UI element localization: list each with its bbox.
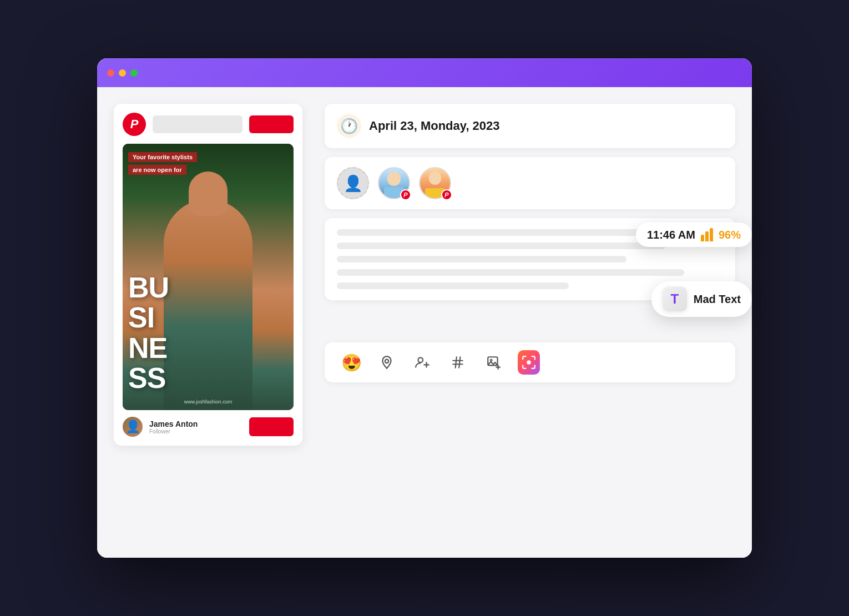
left-panel: P Your favorite stylists are now open fo… xyxy=(114,104,302,541)
percent-display: 96% xyxy=(719,229,741,241)
user-info: James Anton Follower xyxy=(149,420,198,435)
website-url: www.joshfashion.com xyxy=(184,399,233,405)
content-line-3 xyxy=(337,256,626,262)
mad-text-label: Mad Text xyxy=(694,293,741,306)
avatar-female[interactable]: P xyxy=(419,167,451,199)
time-badge: 11:46 AM 96% xyxy=(636,223,752,247)
pinterest-header: P xyxy=(123,113,294,136)
male-avatar-head xyxy=(387,171,401,186)
qr-camera-button[interactable] xyxy=(518,351,540,373)
avatar-placeholder[interactable]: 👤 xyxy=(337,167,369,199)
title-bar xyxy=(97,58,752,87)
hashtag-button[interactable] xyxy=(447,351,469,373)
pinterest-badge-female: P xyxy=(441,189,452,200)
app-window: P Your favorite stylists are now open fo… xyxy=(97,58,752,558)
svg-point-12 xyxy=(527,360,531,365)
content-line-4 xyxy=(337,269,684,276)
toolbar: 😍 xyxy=(325,342,735,382)
svg-point-0 xyxy=(385,360,389,363)
pinterest-ui-card: P Your favorite stylists are now open fo… xyxy=(114,104,302,446)
pinterest-logo: P xyxy=(123,113,146,136)
header-action-button[interactable] xyxy=(249,115,294,133)
clock-icon: 🕐 xyxy=(337,114,361,138)
user-avatar: 👤 xyxy=(123,417,143,437)
location-button[interactable] xyxy=(376,351,398,373)
date-text: April 23, Monday, 2023 xyxy=(369,119,500,133)
add-user-button[interactable] xyxy=(411,351,433,373)
svg-point-1 xyxy=(418,357,423,362)
qr-camera-icon xyxy=(522,355,536,370)
footer-action-button[interactable] xyxy=(249,417,294,436)
location-icon xyxy=(380,355,394,370)
window-body: P Your favorite stylists are now open fo… xyxy=(97,87,752,558)
overlay-text-line1: Your favorite stylists xyxy=(128,152,197,162)
add-image-button[interactable] xyxy=(482,351,504,373)
overlay-text-line2: are now open for xyxy=(128,165,186,175)
date-card: 🕐 April 23, Monday, 2023 xyxy=(325,104,735,148)
user-subtitle: Follower xyxy=(149,428,198,435)
person-placeholder-icon: 👤 xyxy=(343,174,363,193)
add-user-icon xyxy=(415,355,429,370)
right-panel: 🕐 April 23, Monday, 2023 👤 xyxy=(325,104,735,541)
mad-text-badge[interactable]: T Mad Text xyxy=(651,281,752,317)
text-overlay: Your favorite stylists are now open for xyxy=(128,152,288,177)
avatars-card: 👤 P xyxy=(325,157,735,209)
content-line-2 xyxy=(337,243,665,249)
business-text: BUSINESS xyxy=(128,272,169,393)
user-name: James Anton xyxy=(149,420,198,428)
content-area: 11:46 AM 96% T Mad Text xyxy=(325,218,735,300)
bar-3 xyxy=(710,228,713,241)
post-footer: 👤 James Anton Follower xyxy=(123,417,294,437)
mad-text-icon: T xyxy=(663,287,687,311)
bar-1 xyxy=(701,235,704,241)
pinterest-badge-male: P xyxy=(400,189,411,200)
mad-text-icon-letter: T xyxy=(670,291,679,307)
traffic-light-red[interactable] xyxy=(107,69,114,77)
time-display: 11:46 AM xyxy=(647,229,695,241)
header-search-bar[interactable] xyxy=(153,115,242,133)
traffic-light-green[interactable] xyxy=(130,69,138,77)
qr-icon-wrap xyxy=(518,350,540,375)
svg-point-9 xyxy=(491,360,492,361)
post-image: Your favorite stylists are now open for … xyxy=(123,144,294,410)
avatar-circle-empty: 👤 xyxy=(337,167,369,199)
content-line-5 xyxy=(337,282,569,289)
svg-line-6 xyxy=(456,357,457,368)
avatar-male[interactable]: P xyxy=(378,167,410,199)
person-head xyxy=(189,171,228,216)
bar-2 xyxy=(705,231,709,241)
clock-emoji: 🕐 xyxy=(340,118,358,135)
emoji-button[interactable]: 😍 xyxy=(340,351,362,373)
traffic-light-yellow[interactable] xyxy=(119,69,126,77)
add-image-icon xyxy=(486,355,501,370)
bar-chart-icon xyxy=(701,228,713,241)
svg-line-7 xyxy=(459,357,460,368)
person-figure xyxy=(164,199,252,410)
hashtag-icon xyxy=(451,355,465,370)
female-avatar-head xyxy=(429,171,441,185)
